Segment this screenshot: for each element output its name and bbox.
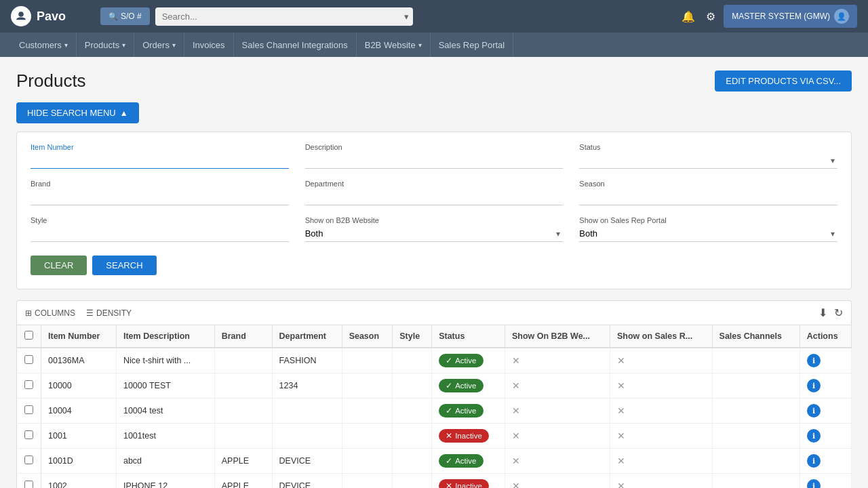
item-number-input[interactable] <box>31 152 289 169</box>
row-checkbox-cell <box>17 424 41 449</box>
style-input[interactable] <box>31 226 289 242</box>
b2b-x-icon: ✕ <box>512 481 520 488</box>
select-all-checkbox[interactable] <box>24 331 33 340</box>
b2b-x-icon: ✕ <box>512 430 520 441</box>
notification-icon[interactable]: 🔔 <box>682 10 695 23</box>
season-field: Season <box>579 180 837 205</box>
description-label: Description <box>305 143 564 151</box>
page-title: Products <box>16 70 86 92</box>
search-actions: CLEAR SEARCH <box>31 256 837 275</box>
status-select[interactable]: Active Inactive <box>579 152 837 169</box>
search-dropdown-btn[interactable]: ▾ <box>404 12 409 22</box>
hide-search-menu-button[interactable]: HIDE SEARCH MENU ▲ <box>16 102 139 123</box>
nav-sales-channel[interactable]: Sales Channel Integrations <box>234 33 357 57</box>
info-button[interactable]: ℹ <box>807 479 821 488</box>
sales-rep-x-icon: ✕ <box>617 355 625 366</box>
settings-icon[interactable]: ⚙ <box>706 10 715 23</box>
b2b-chevron-icon: ▾ <box>418 41 422 49</box>
row-season <box>342 399 393 424</box>
nav-products[interactable]: Products ▾ <box>77 33 134 57</box>
row-brand: APPLE <box>214 449 272 474</box>
brand-input[interactable] <box>31 189 289 205</box>
search-button[interactable]: SEARCH <box>92 256 156 275</box>
row-item-number: 10000 <box>41 373 117 399</box>
col-department: Department <box>272 325 342 348</box>
row-b2b: ✕ <box>505 449 610 474</box>
nav-customers[interactable]: Customers ▾ <box>11 33 77 57</box>
chevron-up-icon: ▲ <box>120 108 128 118</box>
col-brand: Brand <box>214 325 272 348</box>
global-search-wrap: ▾ <box>155 7 413 26</box>
row-checkbox[interactable] <box>24 355 33 364</box>
status-badge: ✓ Active <box>439 354 483 367</box>
row-description: 1001test <box>116 424 214 449</box>
col-actions: Actions <box>800 325 851 348</box>
info-button[interactable]: ℹ <box>807 404 821 418</box>
col-style: Style <box>393 325 432 348</box>
user-avatar: 👤 <box>834 9 849 24</box>
info-button[interactable]: ℹ <box>807 354 821 367</box>
table-row: 1001 1001test ✕ Inactive ✕ ✕ ℹ <box>17 424 852 449</box>
item-number-field: Item Number <box>31 143 289 169</box>
row-item-number: 10004 <box>41 399 117 424</box>
info-button[interactable]: ℹ <box>807 379 821 392</box>
department-input[interactable] <box>305 189 564 205</box>
show-sales-rep-label: Show on Sales Rep Portal <box>579 216 837 224</box>
svg-point-0 <box>18 12 24 17</box>
nav-invoices[interactable]: Invoices <box>184 33 234 57</box>
nav-sales-rep[interactable]: Sales Rep Portal <box>431 33 514 57</box>
row-checkbox[interactable] <box>24 481 33 488</box>
row-checkbox[interactable] <box>24 430 33 439</box>
columns-button[interactable]: ⊞ COLUMNS <box>25 308 75 318</box>
show-b2b-select[interactable]: Both Yes No <box>305 226 564 242</box>
brand-label: Brand <box>31 180 289 188</box>
status-badge: ✕ Inactive <box>439 479 489 488</box>
row-checkbox[interactable] <box>24 405 33 414</box>
style-field: Style <box>31 216 289 242</box>
row-checkbox[interactable] <box>24 380 33 389</box>
season-input[interactable] <box>579 189 837 205</box>
row-style <box>393 373 432 399</box>
clear-button[interactable]: CLEAR <box>31 256 87 275</box>
info-button[interactable]: ℹ <box>807 429 821 443</box>
density-button[interactable]: ☰ DENSITY <box>86 308 132 318</box>
nav-b2b[interactable]: B2B Website ▾ <box>357 33 431 57</box>
global-search-input[interactable] <box>155 7 413 26</box>
table-row: 1001D abcd APPLE DEVICE ✓ Active ✕ ✕ ℹ <box>17 449 852 474</box>
search-panel: Item Number Description Status Active In… <box>16 131 852 289</box>
density-icon: ☰ <box>86 308 94 318</box>
edit-csv-button[interactable]: EDIT PRODUCTS VIA CSV... <box>715 70 852 92</box>
row-checkbox-cell <box>17 399 41 424</box>
app-name: Pavo <box>37 9 66 24</box>
toolbar-left: ⊞ COLUMNS ☰ DENSITY <box>25 308 132 318</box>
row-checkbox-cell <box>17 449 41 474</box>
row-status: ✕ Inactive <box>432 474 505 489</box>
download-button[interactable]: ⬇ <box>818 306 827 319</box>
row-b2b: ✕ <box>505 424 610 449</box>
user-menu-button[interactable]: MASTER SYSTEM (GMW) 👤 <box>724 5 857 28</box>
show-sales-rep-select[interactable]: Both Yes No <box>579 226 837 242</box>
row-department <box>272 399 342 424</box>
col-season: Season <box>342 325 393 348</box>
logo-icon <box>11 6 31 26</box>
nav-orders[interactable]: Orders ▾ <box>134 33 184 57</box>
row-department: DEVICE <box>272 449 342 474</box>
so-button[interactable]: 🔍 S/O # <box>100 7 150 25</box>
status-badge: ✓ Active <box>439 379 483 392</box>
row-item-number: 1001D <box>41 449 117 474</box>
refresh-button[interactable]: ↻ <box>834 306 843 319</box>
info-button[interactable]: ℹ <box>807 454 821 468</box>
style-label: Style <box>31 216 289 224</box>
status-field: Status Active Inactive <box>579 143 837 169</box>
row-checkbox[interactable] <box>24 455 33 464</box>
products-chevron-icon: ▾ <box>122 41 125 49</box>
table-row: 1002 IPHONE 12 APPLE DEVICE ✕ Inactive ✕… <box>17 474 852 489</box>
row-brand <box>214 399 272 424</box>
row-b2b: ✕ <box>505 348 610 373</box>
status-badge: ✓ Active <box>439 404 483 418</box>
row-description: 10000 TEST <box>116 373 214 399</box>
orders-chevron-icon: ▾ <box>172 41 176 49</box>
description-input[interactable] <box>305 152 564 169</box>
b2b-x-icon: ✕ <box>512 380 520 391</box>
status-select-wrap: Active Inactive <box>579 152 837 169</box>
